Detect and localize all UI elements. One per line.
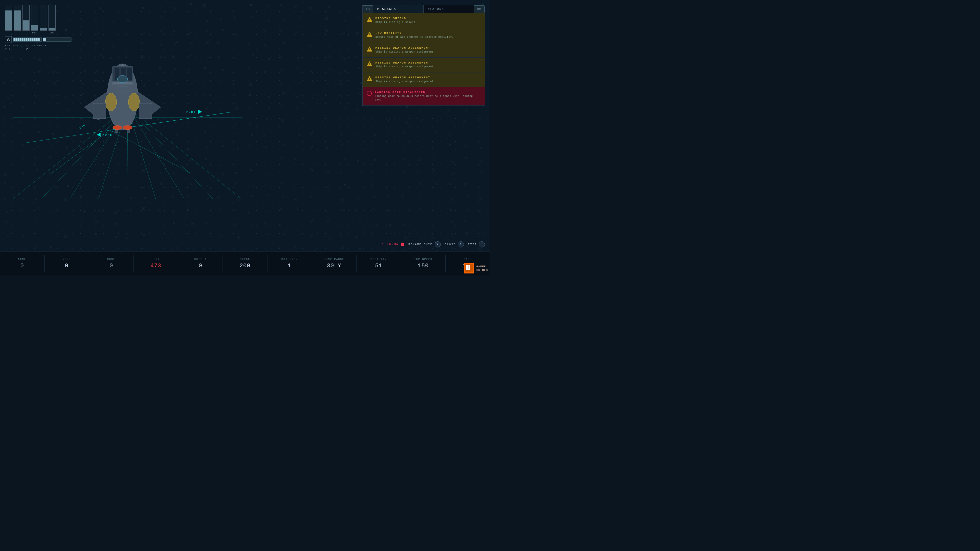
message-item-3: MISSING WEAPON ASSIGNMENT Ship is missin…	[363, 58, 485, 73]
power-bar-fill-5	[40, 5, 47, 30]
lb-button[interactable]: LB	[363, 5, 373, 13]
exit-button[interactable]: EXIT ≡	[468, 241, 485, 248]
msg-title-0: MISSING SHIELD	[375, 17, 417, 20]
messages-list: MISSING SHIELD Ship is missing a shield.…	[363, 13, 485, 106]
stat-label-4: SHIELD	[180, 258, 221, 261]
equip-label: EQUIP POWER	[26, 44, 47, 47]
power-bar-fill-1	[5, 5, 12, 30]
stat-value-3: 473	[136, 263, 176, 269]
svg-rect-28	[466, 269, 470, 270]
messages-panel: LB MESSAGES WEAPONS RB MISSING SHIELD Sh…	[363, 5, 485, 106]
msg-title-3: MISSING WEAPON ASSIGNMENT	[375, 61, 435, 64]
msg-desc-2: Ship is missing a weapon assignment.	[375, 50, 435, 54]
port-direction: PORT	[186, 110, 202, 114]
stat-value-2: 0	[91, 263, 131, 269]
reactor-label: REACTOR	[5, 44, 18, 47]
eng-label: ENG	[32, 32, 37, 34]
bottom-stats: NONE 0 NONE 0 NONE 0 HULL 473 SHIELD 0 C…	[0, 251, 490, 275]
fore-direction: FORE	[97, 133, 113, 137]
msg-title-2: MISSING WEAPON ASSIGNMENT	[375, 46, 435, 49]
close-label: CLOSE	[445, 243, 456, 246]
stat-label-3: HULL	[136, 258, 176, 261]
tab-messages[interactable]: MESSAGES	[373, 5, 423, 13]
power-bar-3	[22, 5, 30, 34]
stat-label-5: CARGO	[225, 258, 265, 261]
reactor-grade: A	[5, 36, 12, 43]
message-item-4: MISSING WEAPON ASSIGNMENT Ship is missin…	[363, 73, 485, 87]
reactor-progress	[13, 38, 41, 41]
stat-label-7: JUMP RANGE	[314, 258, 354, 261]
fore-arrow	[97, 133, 100, 137]
message-item-2: MISSING WEAPON ASSIGNMENT Ship is missin…	[363, 43, 485, 58]
power-bar-eng: ENG	[31, 5, 38, 34]
equip-progress	[43, 38, 72, 41]
warning-icon-0	[367, 17, 372, 22]
msg-title-4: MISSING WEAPON ASSIGNMENT	[375, 76, 435, 79]
stat-col-mobility: MOBILITY 51	[356, 256, 401, 272]
stat-col-none: NONE 0	[0, 256, 45, 272]
rename-ship-button[interactable]: RENAME SHIP X	[408, 241, 441, 248]
error-badge: 1 ERROR	[382, 243, 404, 246]
power-bars: ENG GRV	[5, 5, 72, 34]
message-item-1: LOW MOBILITY Reduce mass or add engines …	[363, 28, 485, 43]
power-bar-fill-2	[14, 5, 21, 30]
msg-content-4: MISSING WEAPON ASSIGNMENT Ship is missin…	[375, 76, 435, 83]
reactor-value: 20	[5, 47, 10, 51]
gamer-guides-logo: GAMER GUIDES	[464, 263, 488, 273]
msg-desc-3: Ship is missing a weapon assignment.	[375, 65, 435, 68]
bottom-controls: 1 ERROR RENAME SHIP X CLOSE B EXIT ≡	[382, 241, 485, 248]
power-bar-1	[5, 5, 12, 34]
stat-value-9: 150	[403, 263, 444, 269]
stat-label-8: MOBILITY	[359, 258, 399, 261]
message-item-5: − LANDING GEAR MISALIGNED Landing gear t…	[363, 87, 485, 106]
msg-title-5: LANDING GEAR MISALIGNED	[375, 91, 480, 94]
stat-value-8: 51	[359, 263, 399, 269]
stat-col-shield: SHIELD 0	[178, 256, 223, 272]
rename-key: X	[434, 241, 441, 248]
grv-label: GRV	[49, 32, 54, 34]
stat-label-10: MASS	[448, 258, 488, 261]
message-item-0: MISSING SHIELD Ship is missing a shield.	[363, 13, 485, 28]
port-arrow	[198, 110, 202, 114]
gg-text: GAMER GUIDES	[476, 265, 488, 272]
equip-value: 2	[26, 47, 28, 51]
gg-name: GAMER	[476, 265, 488, 268]
stat-col-jump-range: JUMP RANGE 30LY	[312, 256, 356, 272]
stat-label-1: NONE	[47, 258, 87, 261]
rename-label: RENAME SHIP	[408, 243, 433, 246]
msg-desc-4: Ship is missing a weapon assignment.	[375, 80, 435, 83]
warning-icon-2	[367, 46, 372, 52]
power-bar-2	[14, 5, 21, 34]
stat-value-0: 0	[2, 263, 42, 269]
stat-label-6: MAX CREW	[269, 258, 310, 261]
gg-name2: GUIDES	[476, 268, 488, 272]
close-button[interactable]: CLOSE B	[445, 241, 464, 248]
rb-button[interactable]: RB	[474, 5, 485, 13]
stat-value-5: 200	[225, 263, 265, 269]
hud-stats: REACTOR 20 EQUIP POWER 2	[5, 44, 72, 52]
stat-col-cargo: CARGO 200	[223, 256, 267, 272]
stat-value-7: 30LY	[314, 263, 354, 269]
msg-content-2: MISSING WEAPON ASSIGNMENT Ship is missin…	[375, 46, 435, 54]
msg-desc-5: Landing gear touch down points must be a…	[375, 95, 480, 102]
exit-label: EXIT	[468, 243, 477, 246]
power-bar-fill-eng	[31, 5, 38, 30]
gg-icon	[464, 263, 474, 273]
msg-desc-0: Ship is missing a shield.	[375, 21, 417, 24]
power-bar-5	[40, 5, 47, 34]
stat-col-max-crew: MAX CREW 1	[267, 256, 312, 272]
close-key: B	[458, 241, 464, 248]
power-bar-grv: GRV	[48, 5, 56, 34]
stat-value-4: 0	[180, 263, 221, 269]
stat-col-top-speed: TOP SPEED 150	[401, 256, 446, 272]
exit-key: ≡	[479, 241, 485, 248]
panel-tabs: LB MESSAGES WEAPONS RB	[363, 5, 485, 13]
warning-icon-1	[367, 32, 372, 37]
stat-col-none: NONE 0	[89, 256, 134, 272]
stat-value-1: 0	[47, 263, 87, 269]
hud-topleft: ENG GRV A REACTOR 20 E	[5, 5, 72, 52]
msg-title-1: LOW MOBILITY	[375, 32, 453, 35]
reactor-stat: REACTOR 20	[5, 44, 18, 52]
tab-weapons[interactable]: WEAPONS	[423, 5, 474, 13]
power-bar-fill-grv	[48, 5, 56, 30]
